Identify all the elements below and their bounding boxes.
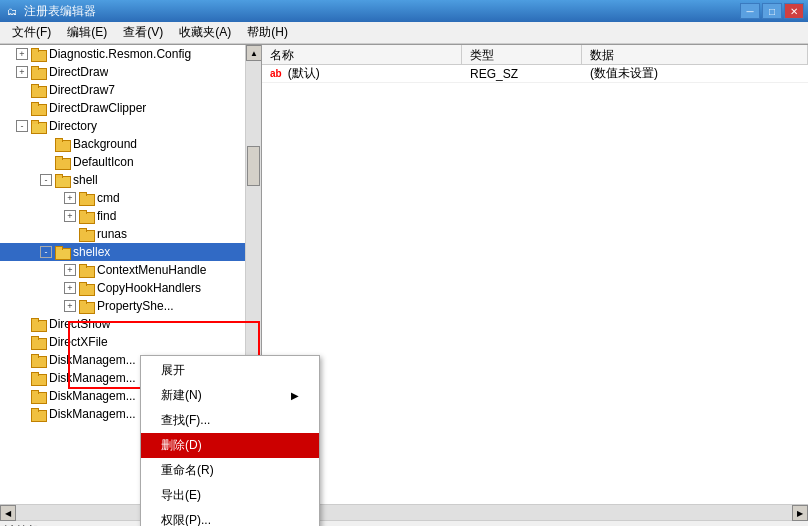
scroll-up-btn[interactable]: ▲	[246, 45, 262, 61]
expand-icon[interactable]: +	[64, 264, 76, 276]
tree-item-shell[interactable]: - shell	[0, 171, 245, 189]
tree-label: DirectDraw7	[49, 83, 115, 97]
tree-label: find	[97, 209, 116, 223]
scroll-right-btn-right[interactable]: ▶	[792, 505, 808, 521]
scroll-left-btn[interactable]: ◀	[0, 505, 16, 521]
tree-item-shellex[interactable]: - shellex	[0, 243, 245, 261]
menu-file[interactable]: 文件(F)	[4, 22, 59, 43]
tree-item-cmd[interactable]: + cmd	[0, 189, 245, 207]
tree-item-propertysheet[interactable]: + PropertyShe...	[0, 297, 245, 315]
tree-item[interactable]: + Diagnostic.Resmon.Config	[0, 45, 245, 63]
tree-item-background[interactable]: Background	[0, 135, 245, 153]
tree-item-directxfile[interactable]: DirectXFile	[0, 333, 245, 351]
registry-row[interactable]: ab (默认) REG_SZ (数值未设置)	[262, 65, 808, 83]
col-header-data: 数据	[582, 45, 808, 64]
tree-label: runas	[97, 227, 127, 241]
folder-icon	[78, 209, 94, 223]
expand-icon[interactable]: +	[64, 282, 76, 294]
expand-placeholder	[16, 390, 28, 402]
ctx-export-label: 导出(E)	[161, 487, 201, 504]
folder-icon	[78, 191, 94, 205]
folder-icon	[30, 47, 46, 61]
minimize-button[interactable]: ─	[740, 3, 760, 19]
close-button[interactable]: ✕	[784, 3, 804, 19]
ctx-item-rename[interactable]: 重命名(R)	[141, 458, 319, 483]
app-title: 注册表编辑器	[24, 3, 740, 20]
expand-placeholder	[16, 354, 28, 366]
status-bar: 计算机\HKEY_CLASSES_ROOT\ SheetHandlers	[0, 520, 808, 526]
tree-label: DirectXFile	[49, 335, 108, 349]
expand-icon[interactable]: +	[64, 192, 76, 204]
col-header-name: 名称	[262, 45, 462, 64]
ctx-item-find[interactable]: 查找(F)...	[141, 408, 319, 433]
expand-icon[interactable]: +	[16, 48, 28, 60]
tree-label: shell	[73, 173, 98, 187]
expand-icon[interactable]: +	[16, 66, 28, 78]
folder-icon	[78, 227, 94, 241]
expand-placeholder	[16, 408, 28, 420]
expand-icon[interactable]: +	[64, 210, 76, 222]
tree-item[interactable]: DirectDrawClipper	[0, 99, 245, 117]
expand-placeholder	[64, 228, 76, 240]
folder-icon	[30, 335, 46, 349]
menu-edit[interactable]: 编辑(E)	[59, 22, 115, 43]
reg-name-label: (默认)	[288, 65, 320, 82]
scroll-thumb[interactable]	[247, 146, 260, 186]
ctx-item-expand[interactable]: 展开	[141, 358, 319, 383]
folder-icon	[30, 407, 46, 421]
col-header-type: 类型	[462, 45, 582, 64]
expand-placeholder	[16, 84, 28, 96]
folder-icon	[30, 371, 46, 385]
tree-item-runas[interactable]: runas	[0, 225, 245, 243]
window-controls: ─ □ ✕	[740, 3, 804, 19]
expand-placeholder	[16, 102, 28, 114]
menu-favorites[interactable]: 收藏夹(A)	[171, 22, 239, 43]
folder-icon	[30, 83, 46, 97]
folder-icon	[78, 299, 94, 313]
expand-icon[interactable]: -	[16, 120, 28, 132]
tree-item-contextmenuhandle[interactable]: + ContextMenuHandle	[0, 261, 245, 279]
tree-item[interactable]: + DirectDraw	[0, 63, 245, 81]
ab-icon: ab	[270, 68, 282, 79]
tree-item-directory[interactable]: - Directory	[0, 117, 245, 135]
expand-icon[interactable]: -	[40, 246, 52, 258]
ctx-item-new[interactable]: 新建(N) ▶	[141, 383, 319, 408]
ctx-expand-label: 展开	[161, 362, 185, 379]
bottom-right-scroll[interactable]: ◀ ▶	[262, 505, 808, 520]
ctx-permissions-label: 权限(P)...	[161, 512, 211, 526]
expand-placeholder	[16, 372, 28, 384]
expand-icon[interactable]: -	[40, 174, 52, 186]
tree-label: CopyHookHandlers	[97, 281, 201, 295]
tree-item[interactable]: DirectDraw7	[0, 81, 245, 99]
tree-label: Diagnostic.Resmon.Config	[49, 47, 191, 61]
tree-label: Directory	[49, 119, 97, 133]
tree-label: DiskManagem...	[49, 389, 136, 403]
tree-item-directshow[interactable]: DirectShow	[0, 315, 245, 333]
tree-label: shellex	[73, 245, 110, 259]
tree-item-copyhookhandlers[interactable]: + CopyHookHandlers	[0, 279, 245, 297]
ctx-item-export[interactable]: 导出(E)	[141, 483, 319, 508]
maximize-button[interactable]: □	[762, 3, 782, 19]
reg-type-cell: REG_SZ	[462, 67, 582, 81]
ctx-find-label: 查找(F)...	[161, 412, 210, 429]
ctx-new-label: 新建(N)	[161, 387, 202, 404]
expand-icon[interactable]: +	[64, 300, 76, 312]
ctx-item-permissions[interactable]: 权限(P)...	[141, 508, 319, 526]
tree-label: DiskManagem...	[49, 407, 136, 421]
ctx-delete-label: 删除(D)	[161, 437, 202, 454]
right-panel: 名称 类型 数据 ab (默认) REG_SZ (数值未设置)	[262, 45, 808, 504]
menu-view[interactable]: 查看(V)	[115, 22, 171, 43]
ctx-item-delete[interactable]: 删除(D)	[141, 433, 319, 458]
tree-item-find[interactable]: + find	[0, 207, 245, 225]
menu-help[interactable]: 帮助(H)	[239, 22, 296, 43]
ctx-rename-label: 重命名(R)	[161, 462, 214, 479]
folder-icon	[30, 353, 46, 367]
folder-icon	[30, 317, 46, 331]
h-scroll-track-right[interactable]	[278, 505, 792, 520]
expand-placeholder	[16, 318, 28, 330]
tree-item-defaulticon[interactable]: DefaultIcon	[0, 153, 245, 171]
folder-icon	[54, 155, 70, 169]
tree-label: DirectDrawClipper	[49, 101, 146, 115]
tree-label: Background	[73, 137, 137, 151]
right-panel-content: ab (默认) REG_SZ (数值未设置)	[262, 65, 808, 504]
